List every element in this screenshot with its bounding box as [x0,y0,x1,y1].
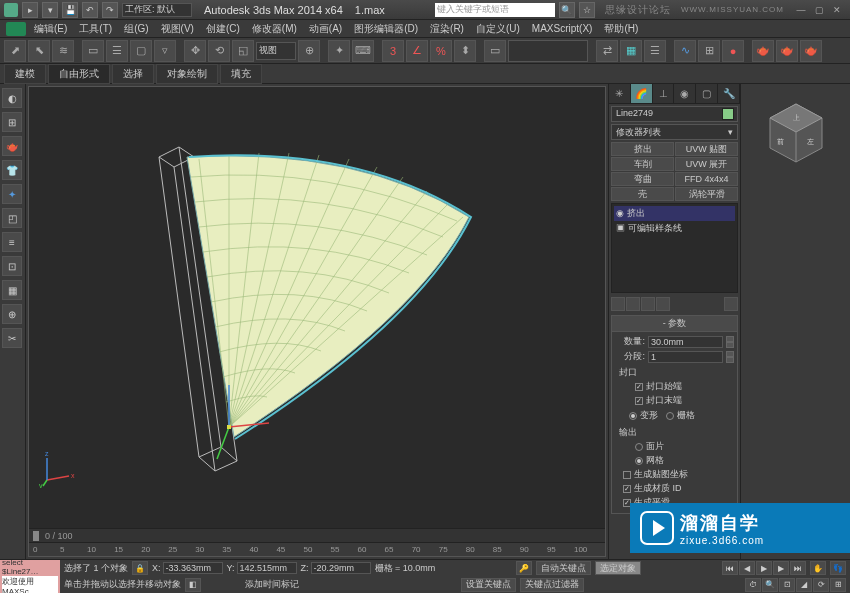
new-btn[interactable]: ▸ [22,2,38,18]
utilities-tab-icon[interactable]: 🔧 [718,84,740,103]
show-end-icon[interactable] [626,297,640,311]
modifier-list-dropdown[interactable]: 修改器列表▾ [611,124,738,140]
l-tool-5[interactable]: ✦ [2,184,22,204]
setkey-button[interactable]: 设置关键点 [461,578,516,592]
render-frame-icon[interactable]: 🫖 [776,40,798,62]
sel-set-dropdown[interactable] [508,40,588,62]
select-name-icon[interactable]: ☰ [106,40,128,62]
menu-views[interactable]: 视图(V) [157,22,198,36]
lock-sel-icon[interactable]: 🔒 [132,561,148,575]
zoom-icon[interactable]: 🔍 [762,578,778,592]
max-viewport-icon[interactable]: ⊞ [830,578,846,592]
angle-snap-icon[interactable]: ∠ [406,40,428,62]
morph-radio[interactable] [629,412,637,420]
gen-map-checkbox[interactable] [623,471,631,479]
open-btn[interactable]: ▾ [42,2,58,18]
btn-uvw-map[interactable]: UVW 贴图 [675,142,738,156]
percent-snap-icon[interactable]: % [430,40,452,62]
menu-edit[interactable]: 编辑(E) [30,22,71,36]
key-icon[interactable]: 🔑 [516,561,532,575]
nav-walk-icon[interactable]: 👣 [830,561,846,575]
selected-dropdown[interactable]: 选定对象 [595,561,641,575]
redo-btn[interactable]: ↷ [102,2,118,18]
btn-ffd[interactable]: FFD 4x4x4 [675,172,738,186]
menu-tools[interactable]: 工具(T) [75,22,116,36]
motion-tab-icon[interactable]: ◉ [674,84,696,103]
amount-spinner[interactable]: 30.0mm [648,336,723,348]
btn-uvw-unwrap[interactable]: UVW 展开 [675,157,738,171]
stack-item-spline[interactable]: ▣ 可编辑样条线 [614,221,735,236]
timeline[interactable]: 0 / 100 [29,528,605,542]
app-icon[interactable] [4,3,18,17]
tab-selection[interactable]: 选择 [112,64,154,84]
object-name-field[interactable]: Line2749 [611,106,738,122]
btn-extrude[interactable]: 挤出 [611,142,674,156]
tab-modeling[interactable]: 建模 [4,64,46,84]
menu-modifiers[interactable]: 修改器(M) [248,22,301,36]
scale-icon[interactable]: ◱ [232,40,254,62]
search-icon[interactable]: 🔍 [559,2,575,18]
snap-toggle-icon[interactable]: 3 [382,40,404,62]
menu-render[interactable]: 渲染(R) [426,22,468,36]
menu-help[interactable]: 帮助(H) [600,22,642,36]
patch-radio[interactable] [635,443,643,451]
play-icon[interactable]: ▶ [756,561,772,575]
remove-mod-icon[interactable] [656,297,670,311]
btn-lathe[interactable]: 车削 [611,157,674,171]
tab-freeform[interactable]: 自由形式 [48,64,110,84]
keyboard-icon[interactable]: ⌨ [352,40,374,62]
pivot-icon[interactable]: ⊕ [298,40,320,62]
hierarchy-tab-icon[interactable]: ⊥ [653,84,675,103]
object-color-swatch[interactable] [722,108,734,120]
manipulate-icon[interactable]: ✦ [328,40,350,62]
render-icon[interactable]: 🫖 [800,40,822,62]
spin-down-icon[interactable] [726,357,734,363]
viewcube[interactable]: 上 前 左 [756,94,836,174]
coord-y-input[interactable] [237,562,297,574]
display-tab-icon[interactable]: ▢ [696,84,718,103]
align-icon[interactable]: ▦ [620,40,642,62]
segments-spinner[interactable]: 1 [648,351,723,363]
l-tool-3[interactable]: 🫖 [2,136,22,156]
l-tool-1[interactable]: ◐ [2,88,22,108]
help-search[interactable]: 键入关键字或短语 [435,3,555,17]
rollout-params-header[interactable]: - 参数 [612,316,737,332]
keyfilter-button[interactable]: 关键点过滤器 [520,578,584,592]
close-icon[interactable]: ✕ [828,3,846,17]
menu-create[interactable]: 创建(C) [202,22,244,36]
signin-icon[interactable]: ☆ [579,2,595,18]
arc-rotate-icon[interactable]: ⟳ [813,578,829,592]
layers-icon[interactable]: ☰ [644,40,666,62]
mesh-radio[interactable] [635,457,643,465]
filter-icon[interactable]: ▿ [154,40,176,62]
l-tool-6[interactable]: ◰ [2,208,22,228]
l-tool-4[interactable]: 👕 [2,160,22,180]
save-btn[interactable]: 💾 [62,2,78,18]
schematic-icon[interactable]: ⊞ [698,40,720,62]
gen-matid-checkbox[interactable] [623,485,631,493]
grid-radio[interactable] [666,412,674,420]
play-prev-icon[interactable]: ◀ [739,561,755,575]
play-end-icon[interactable]: ⏭ [790,561,806,575]
move-icon[interactable]: ✥ [184,40,206,62]
ref-coord-dropdown[interactable]: 视图 [256,42,296,60]
bind-space-icon[interactable]: ≋ [52,40,74,62]
btn-bend[interactable]: 弯曲 [611,172,674,186]
menu-animation[interactable]: 动画(A) [305,22,346,36]
cap-start-checkbox[interactable] [635,383,643,391]
spin-down-icon[interactable] [726,342,734,348]
l-tool-10[interactable]: ⊕ [2,304,22,324]
unlink-icon[interactable]: ⬉ [28,40,50,62]
nav-pan-icon[interactable]: ✋ [810,561,826,575]
spinner-snap-icon[interactable]: ⬍ [454,40,476,62]
viewport[interactable]: x y z [29,87,605,528]
pin-stack-icon[interactable] [611,297,625,311]
tab-populate[interactable]: 填充 [220,64,262,84]
render-setup-icon[interactable]: 🫖 [752,40,774,62]
select-link-icon[interactable]: ⬈ [4,40,26,62]
named-sel-icon[interactable]: ▭ [484,40,506,62]
time-slider-handle[interactable] [33,531,39,541]
play-next-icon[interactable]: ▶ [773,561,789,575]
l-tool-11[interactable]: ✂ [2,328,22,348]
btn-shell[interactable]: 壳 [611,187,674,201]
